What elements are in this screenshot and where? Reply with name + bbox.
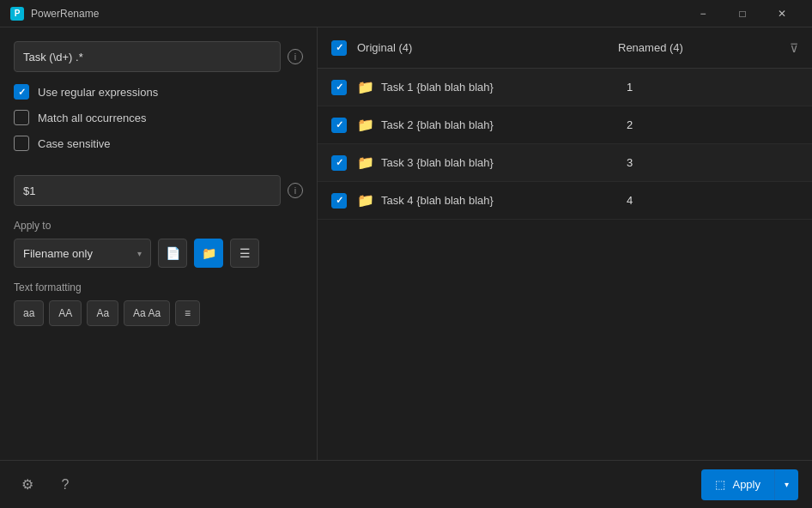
original-name-3: Task 4 {blah blah blah} — [381, 194, 627, 207]
checkbox-use-regex-box[interactable] — [14, 84, 29, 100]
table-row[interactable]: 📁 Task 2 {blah blah blah} 2 — [318, 106, 812, 144]
folder-icon-button[interactable]: 📁 — [194, 239, 223, 268]
checkbox-use-regex-label: Use regular expressions — [38, 86, 158, 99]
renamed-value-0: 1 — [627, 81, 798, 94]
file-icon: 📄 — [166, 246, 180, 260]
renamed-value-2: 3 — [627, 156, 798, 169]
checkbox-use-regex[interactable]: Use regular expressions — [14, 84, 303, 100]
text-formatting-label: Text formatting — [14, 281, 303, 293]
renamed-value-3: 4 — [627, 194, 798, 207]
fmt-lowercase-button[interactable]: aa — [14, 300, 44, 326]
search-input[interactable] — [14, 41, 281, 72]
help-icon: ? — [62, 477, 70, 493]
minimize-button[interactable]: − — [683, 0, 723, 27]
main-content: i Use regular expressions Match all occu… — [0, 27, 812, 460]
header-select-all-checkbox[interactable] — [331, 40, 347, 56]
right-panel: Original (4) Renamed (4) ⊽ 📁 Task 1 {bla… — [318, 27, 812, 460]
fmt-titlecase-button[interactable]: Aa — [87, 300, 118, 326]
original-name-2: Task 3 {blah blah blah} — [381, 156, 627, 169]
row-checkbox-0[interactable] — [331, 80, 347, 95]
checkbox-match-all-box[interactable] — [14, 110, 29, 125]
text-format-row: aa AA Aa Aa Aa ≡ — [14, 300, 303, 326]
file-rows: 📁 Task 1 {blah blah blah} 1 📁 Task 2 {bl… — [318, 69, 812, 460]
replace-info-icon[interactable]: i — [288, 183, 303, 198]
list-icon-button[interactable]: ☰ — [230, 239, 259, 268]
app-title: PowerRename — [31, 8, 683, 20]
original-name-1: Task 2 {blah blah blah} — [381, 118, 627, 131]
folder-icon-3: 📁 — [357, 192, 374, 209]
replace-row: i — [14, 175, 303, 206]
row-checkbox-3[interactable] — [331, 193, 347, 209]
list-icon: ☰ — [239, 246, 251, 260]
checkbox-case-sensitive[interactable]: Case sensitive — [14, 136, 303, 151]
renamed-value-1: 2 — [627, 118, 798, 131]
file-icon-button[interactable]: 📄 — [158, 239, 187, 268]
folder-icon-1: 📁 — [357, 117, 374, 133]
renamed-column-header: Renamed (4) — [618, 41, 790, 54]
bottom-bar: ⚙ ? ⬚ Apply ▾ — [0, 460, 812, 508]
table-row[interactable]: 📁 Task 4 {blah blah blah} 4 — [318, 182, 812, 220]
table-row[interactable]: 📁 Task 3 {blah blah blah} 3 — [318, 144, 812, 182]
original-name-0: Task 1 {blah blah blah} — [381, 81, 627, 94]
checkbox-match-all[interactable]: Match all occurrences — [14, 110, 303, 125]
apply-btn-icon: ⬚ — [715, 478, 725, 491]
fmt-camelcase-button[interactable]: Aa Aa — [124, 300, 170, 326]
left-panel: i Use regular expressions Match all occu… — [0, 27, 318, 460]
maximize-button[interactable]: □ — [723, 0, 762, 27]
search-row: i — [14, 41, 303, 72]
table-row[interactable]: 📁 Task 1 {blah blah blah} 1 — [318, 69, 812, 106]
row-checkbox-1[interactable] — [331, 118, 347, 133]
apply-to-row: Filename only ▾ 📄 📁 ☰ — [14, 239, 303, 268]
apply-btn-label: Apply — [732, 478, 760, 491]
filter-icon[interactable]: ⊽ — [790, 41, 798, 55]
replace-input[interactable] — [14, 175, 281, 206]
checkbox-case-sensitive-box[interactable] — [14, 136, 29, 151]
apply-to-dropdown[interactable]: Filename only ▾ — [14, 239, 151, 268]
settings-icon: ⚙ — [21, 476, 33, 493]
folder-icon-0: 📁 — [357, 79, 374, 95]
apply-to-label: Apply to — [14, 220, 303, 232]
search-info-icon[interactable]: i — [288, 49, 303, 64]
help-button[interactable]: ? — [52, 471, 79, 499]
file-list-header: Original (4) Renamed (4) ⊽ — [318, 27, 812, 69]
app-icon: P — [10, 7, 24, 21]
folder-icon-2: 📁 — [357, 154, 374, 171]
window-controls: − □ ✕ — [683, 0, 802, 27]
apply-dropdown-button[interactable]: ▾ — [774, 469, 798, 500]
close-button[interactable]: ✕ — [762, 0, 802, 27]
fmt-uppercase-button[interactable]: AA — [49, 300, 82, 326]
apply-dropdown-arrow-icon: ▾ — [785, 480, 789, 489]
checkbox-match-all-label: Match all occurrences — [38, 112, 146, 124]
apply-button[interactable]: ⬚ Apply — [701, 469, 774, 500]
titlebar: P PowerRename − □ ✕ — [0, 0, 812, 27]
apply-button-group: ⬚ Apply ▾ — [701, 469, 798, 500]
checkbox-case-sensitive-label: Case sensitive — [38, 137, 111, 150]
dropdown-arrow-icon: ▾ — [137, 249, 142, 258]
folder-icon: 📁 — [202, 246, 216, 260]
fmt-list-button[interactable]: ≡ — [175, 300, 200, 326]
row-checkbox-2[interactable] — [331, 155, 347, 171]
settings-button[interactable]: ⚙ — [14, 471, 41, 499]
original-column-header: Original (4) — [357, 41, 618, 54]
